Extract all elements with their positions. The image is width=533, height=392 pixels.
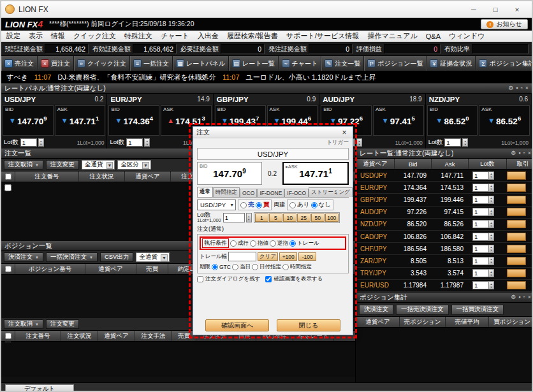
lot-stepper[interactable] <box>462 138 468 147</box>
lot-25-button[interactable]: 25 <box>297 214 310 222</box>
close-icon[interactable]: × <box>339 128 349 137</box>
lot-input[interactable] <box>472 171 489 180</box>
menu-manual[interactable]: 操作マニュアル <box>367 31 417 41</box>
bid-cell[interactable]: BID▼86.520 <box>427 105 478 136</box>
today-radio[interactable] <box>232 264 238 270</box>
lot-stepper[interactable] <box>488 196 494 204</box>
trade-button[interactable] <box>507 171 526 180</box>
menu-quick-order[interactable]: クイック注文 <box>73 31 116 41</box>
pin-icon[interactable]: ▪ <box>518 294 520 300</box>
lot-input[interactable] <box>472 208 489 216</box>
lot-input[interactable] <box>472 220 489 228</box>
order-cancel-button[interactable]: 注文取消 <box>4 319 43 329</box>
bid-cell[interactable]: BID▼174.364 <box>108 105 159 136</box>
sell-radio[interactable] <box>240 202 247 208</box>
dialog-bid-button[interactable]: BID 147.709 <box>197 162 262 185</box>
lot-input[interactable] <box>472 196 489 204</box>
lot-input[interactable] <box>20 138 37 147</box>
trade-button[interactable] <box>507 281 526 289</box>
order-list-button[interactable]: ✎注文一覧 <box>321 56 364 71</box>
lot-stepper[interactable] <box>488 208 494 216</box>
menu-window[interactable]: ウィンドウ <box>449 31 485 41</box>
buy-radio[interactable] <box>256 202 262 208</box>
trade-button[interactable] <box>507 233 526 241</box>
trade-button[interactable] <box>507 220 526 228</box>
quick-order-button[interactable]: »クイック注文 <box>74 56 130 71</box>
trade-button[interactable] <box>507 208 526 216</box>
batch-order-button[interactable]: ≡一括注文 <box>130 56 173 71</box>
category-filter-dropdown[interactable]: 全区分 <box>117 160 151 170</box>
lot-stepper[interactable] <box>488 220 494 228</box>
lot-input[interactable] <box>472 184 489 192</box>
lot-input[interactable] <box>472 233 489 241</box>
order-cancel-button[interactable]: 注文取消 <box>4 160 43 170</box>
time-specified-radio[interactable] <box>282 264 289 270</box>
trade-button[interactable] <box>507 257 526 265</box>
ask-cell[interactable]: ASK▼97.415 <box>373 105 424 136</box>
profile-tab-default[interactable]: デフォルト <box>5 384 74 392</box>
confirm-screen-button[interactable]: 確認画面へ <box>205 319 269 331</box>
order-modify-button[interactable]: 注文変更 <box>46 160 79 170</box>
select-all-checkbox[interactable] <box>5 173 11 180</box>
bulk-sell-close-button[interactable]: 一括売決済注文 <box>396 305 449 315</box>
pin-icon[interactable]: ▪ <box>516 85 518 91</box>
lot-stepper[interactable] <box>144 138 150 147</box>
trail-radio[interactable] <box>289 240 296 247</box>
bid-cell[interactable]: BID▼147.709 <box>3 105 54 136</box>
keep-dialog-checkbox[interactable] <box>197 276 203 282</box>
menu-history[interactable]: 履歴検索/報告書 <box>227 31 278 41</box>
notice-button[interactable]: ! お知らせ <box>481 19 528 29</box>
close-icon[interactable]: × <box>528 150 531 156</box>
lot-input[interactable] <box>472 245 489 253</box>
lot-10-button[interactable]: 10 <box>283 214 296 222</box>
lot-5-button[interactable]: 5 <box>269 214 282 222</box>
gear-icon[interactable]: ⚙ <box>511 294 516 300</box>
tab-time-specified[interactable]: 時間指定 <box>213 187 240 197</box>
trade-button[interactable] <box>507 269 526 277</box>
trade-button[interactable] <box>507 196 526 204</box>
lot-input[interactable] <box>223 213 245 222</box>
sell-order-button[interactable]: ×売注文 <box>1 56 38 71</box>
ask-cell[interactable]: ASK▼147.711 <box>55 105 106 136</box>
menu-view[interactable]: 表示 <box>29 31 43 41</box>
lot-input[interactable] <box>444 138 461 147</box>
tab-streaming[interactable]: ストリーミング <box>309 187 353 197</box>
menu-support[interactable]: サポート/サービス情報 <box>286 31 360 41</box>
menu-special-order[interactable]: 特殊注文 <box>124 31 152 41</box>
tab-if-done[interactable]: IF-DONE <box>257 189 284 197</box>
lot-stepper[interactable] <box>488 184 494 192</box>
gear-icon[interactable]: ⚙ <box>511 150 516 156</box>
hedge-off-radio[interactable] <box>311 202 318 208</box>
pin-icon[interactable]: ▪ <box>518 150 520 156</box>
lot-stepper[interactable] <box>488 281 494 289</box>
tab-oco[interactable]: OCO <box>240 189 257 197</box>
menu-settings[interactable]: 設定 <box>6 31 20 41</box>
trigger-link[interactable]: トリガー <box>197 140 349 146</box>
bulk-close-button[interactable]: 一括決済注文 <box>46 252 98 262</box>
margin-status-button[interactable]: ¥証拠金状況 <box>427 56 476 71</box>
trade-button[interactable] <box>507 184 526 192</box>
order-modify-button[interactable]: 注文変更 <box>46 319 79 329</box>
close-icon[interactable]: × <box>528 294 531 300</box>
hedge-on-radio[interactable] <box>289 202 296 208</box>
rate-list-button[interactable]: ▤レート一覧 <box>229 56 278 71</box>
trail-width-input[interactable] <box>228 252 256 261</box>
dialog-close-button[interactable]: 閉じる <box>277 319 340 331</box>
currency-filter-dropdown[interactable]: 全通貨 <box>136 252 170 262</box>
maximize-button[interactable]: □ <box>485 3 506 16</box>
bulk-buy-close-button[interactable]: 一括買決済注文 <box>451 305 504 315</box>
stop-radio[interactable] <box>270 240 276 247</box>
lot-stepper[interactable] <box>488 269 494 277</box>
close-icon[interactable]: × <box>525 85 529 91</box>
lot-stepper[interactable] <box>488 233 494 241</box>
plus-100-button[interactable]: +100 <box>279 252 297 261</box>
buy-order-button[interactable]: ×買注文 <box>38 56 74 71</box>
lot-50-button[interactable]: 50 <box>311 214 325 222</box>
lot-stepper[interactable] <box>488 245 494 253</box>
close-order-button[interactable]: 決済注文 <box>359 305 393 315</box>
tab-if-oco[interactable]: IF-OCO <box>284 189 309 197</box>
gtc-radio[interactable] <box>212 264 218 270</box>
limit-radio[interactable] <box>250 240 256 247</box>
close-order-button[interactable]: 決済注文 <box>4 252 43 262</box>
pair-select[interactable]: USD/JPY <box>197 200 236 210</box>
